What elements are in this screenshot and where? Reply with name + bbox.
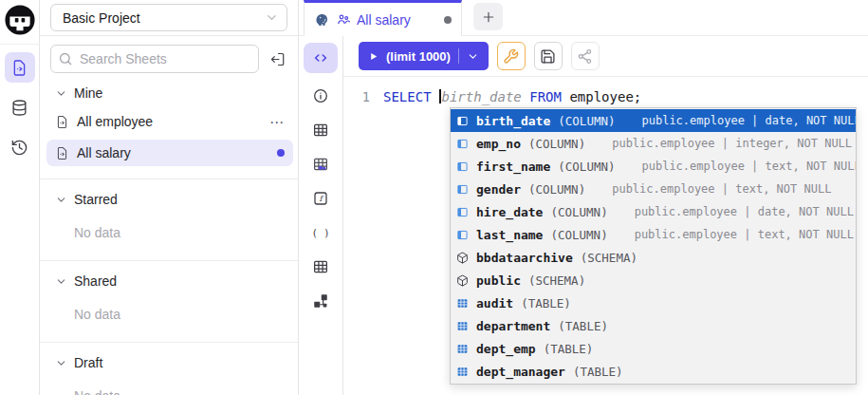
- active-sheet-dot: [277, 149, 285, 157]
- share-sheet-button[interactable]: [571, 42, 600, 70]
- sheet-item-all-employee[interactable]: All employee⋯: [46, 108, 293, 135]
- project-select-value: Basic Project: [63, 10, 265, 26]
- autocomplete-item-hire_date[interactable]: hire_date (COLUMN) public.employee | dat…: [451, 200, 856, 223]
- search-sheets-input[interactable]: [50, 45, 259, 73]
- app-rail: [0, 0, 40, 395]
- sheet-item-all-salary[interactable]: All salary: [46, 140, 293, 166]
- chevron-down-icon: [55, 194, 67, 206]
- chevron-down-icon: [55, 87, 67, 100]
- section-header-shared[interactable]: Shared: [40, 270, 298, 292]
- new-tab-button[interactable]: [473, 3, 503, 30]
- tab-all-salary[interactable]: All salary: [304, 0, 462, 36]
- autocomplete-item-department[interactable]: department (TABLE): [451, 314, 856, 337]
- autocomplete-item-dept_emp[interactable]: dept_emp (TABLE): [451, 337, 856, 360]
- completion-label: first_name: [476, 160, 550, 174]
- import-icon: [269, 51, 286, 67]
- autocomplete-item-public[interactable]: public (SCHEMA): [451, 269, 856, 292]
- completion-kind: (SCHEMA): [528, 273, 585, 288]
- section-starred: Starred No data: [40, 179, 298, 254]
- editor-rail-table-accent[interactable]: [304, 147, 338, 181]
- table-icon: [312, 122, 329, 139]
- column-icon: [456, 138, 469, 150]
- function-icon: [312, 190, 329, 207]
- section-header-starred[interactable]: Starred: [40, 188, 298, 211]
- project-select[interactable]: Basic Project: [50, 4, 287, 31]
- completion-kind: (COLUMN): [528, 182, 585, 197]
- editor-rail-functions[interactable]: [304, 181, 338, 216]
- column-icon: [456, 183, 469, 196]
- play-icon: [368, 51, 379, 62]
- info-icon: [312, 87, 329, 104]
- editor-rail-procedures[interactable]: [304, 216, 338, 250]
- item-menu-icon[interactable]: ⋯: [269, 115, 285, 129]
- sheet-sections: Mine All employee⋯ All salary Starred No…: [40, 73, 298, 395]
- editor-rail-tables[interactable]: [304, 113, 338, 147]
- completion-detail: public.employee | integer, NOT NULL: [612, 137, 852, 150]
- tab-strip: All salary: [299, 0, 868, 36]
- batch-users-icon: [336, 12, 351, 28]
- editor-rail-external-tables[interactable]: [304, 250, 338, 284]
- section-empty-text: No data: [74, 388, 298, 395]
- autocomplete-item-emp_no[interactable]: emp_no (COLUMN) public.employee | intege…: [451, 132, 856, 155]
- completion-label: bbdataarchive: [476, 251, 573, 265]
- sheet-icon: [55, 115, 69, 129]
- bytebase-logo-icon: [4, 4, 36, 36]
- column-icon: [456, 229, 469, 241]
- editor-rail-schema-diagram[interactable]: [304, 284, 338, 318]
- completion-detail: public.employee | date, NOT NULL: [635, 205, 854, 218]
- completion-kind: (COLUMN): [550, 205, 607, 219]
- table-icon: [456, 297, 469, 310]
- autocomplete-item-last_name[interactable]: last_name (COLUMN) public.employee | tex…: [451, 223, 856, 246]
- section-header-mine[interactable]: Mine: [40, 82, 298, 104]
- save-sheet-button[interactable]: [534, 42, 563, 70]
- autocomplete-item-first_name[interactable]: first_name (COLUMN) public.employee | te…: [451, 155, 856, 178]
- section-mine: Mine All employee⋯ All salary: [40, 82, 298, 173]
- rail-item-history[interactable]: [5, 132, 35, 162]
- tab-label: All salary: [357, 12, 438, 28]
- completion-kind: (TABLE): [558, 319, 608, 333]
- section-label: Shared: [74, 273, 117, 289]
- completion-kind: (SCHEMA): [581, 251, 637, 265]
- app-logo[interactable]: [0, 0, 40, 45]
- sql-table-ref: employee;: [569, 89, 641, 104]
- sheet-icon: [10, 59, 28, 77]
- completion-label: hire_date: [476, 205, 543, 219]
- format-sql-button[interactable]: [497, 42, 526, 70]
- completion-detail: public.employee | text, NOT NULL: [642, 160, 857, 173]
- completion-label: audit: [476, 296, 513, 310]
- postgresql-icon: [314, 11, 330, 28]
- completion-label: birth_date: [476, 114, 550, 128]
- code-text: SELECT birth_date FROM employee;: [383, 88, 641, 105]
- autocomplete-item-audit[interactable]: audit (TABLE): [451, 292, 856, 314]
- completion-label: public: [476, 273, 521, 288]
- editor-rail-info[interactable]: [304, 79, 338, 113]
- completion-kind: (COLUMN): [558, 160, 615, 174]
- database-icon: [10, 99, 28, 117]
- table-icon: [312, 258, 329, 275]
- editor-rail-worksheet-code[interactable]: [304, 43, 338, 73]
- rail-item-worksheets[interactable]: [5, 52, 35, 83]
- diagram-icon: [312, 292, 329, 310]
- run-query-button[interactable]: (limit 1000): [359, 42, 489, 70]
- text-cursor: [439, 89, 441, 103]
- sql-keyword-from: FROM: [529, 89, 562, 104]
- column-icon: [456, 160, 469, 173]
- section-header-draft[interactable]: Draft: [40, 351, 298, 374]
- column-icon: [456, 115, 469, 127]
- completion-kind: (COLUMN): [558, 114, 615, 128]
- chevron-down-icon[interactable]: [467, 50, 479, 63]
- import-sheet-button[interactable]: [267, 48, 287, 69]
- run-limit-label: (limit 1000): [386, 49, 451, 64]
- autocomplete-item-gender[interactable]: gender (COLUMN) public.employee | text, …: [451, 178, 856, 200]
- rail-item-databases[interactable]: [5, 92, 35, 122]
- code-editor[interactable]: 1 SELECT birth_date FROM employee; birth…: [343, 77, 868, 395]
- ghost-suggestion-text: birth_date: [442, 89, 522, 104]
- autocomplete-item-birth_date[interactable]: birth_date (COLUMN) public.employee | da…: [451, 109, 856, 132]
- section-label: Starred: [74, 192, 118, 207]
- editor-rail: [299, 36, 343, 395]
- completion-label: emp_no: [476, 137, 521, 151]
- completion-label: dept_manager: [476, 365, 565, 379]
- completion-kind: (COLUMN): [550, 228, 607, 242]
- autocomplete-item-dept_manager[interactable]: dept_manager (TABLE): [451, 360, 856, 383]
- autocomplete-item-bbdataarchive[interactable]: bbdataarchive (SCHEMA): [451, 246, 856, 269]
